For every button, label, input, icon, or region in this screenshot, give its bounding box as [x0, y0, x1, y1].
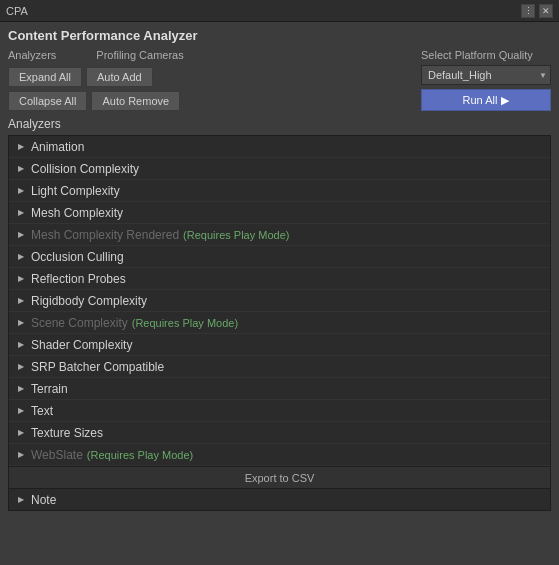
platform-select[interactable]: Default_High Default_Medium Default_Low — [421, 65, 551, 85]
requires-play-mode-label: (Requires Play Mode) — [87, 449, 193, 461]
run-all-icon: ▶ — [501, 94, 509, 107]
list-item[interactable]: ▶Rigidbody Complexity — [9, 290, 550, 312]
item-arrow-icon: ▶ — [15, 163, 27, 175]
item-name: Rigidbody Complexity — [31, 294, 147, 308]
requires-play-mode-label: (Requires Play Mode) — [183, 229, 289, 241]
app-title: Content Performance Analyzer — [8, 28, 551, 43]
item-name: Occlusion Culling — [31, 250, 124, 264]
item-name: Mesh Complexity Rendered — [31, 228, 179, 242]
note-row: ▶ Note — [8, 489, 551, 511]
list-item[interactable]: ▶Light Complexity — [9, 180, 550, 202]
run-all-button[interactable]: Run All ▶ — [421, 89, 551, 111]
item-name: Animation — [31, 140, 84, 154]
auto-add-button[interactable]: Auto Add — [86, 67, 153, 87]
item-name: Text — [31, 404, 53, 418]
item-arrow-icon: ▶ — [15, 251, 27, 263]
title-bar-controls: ⋮ ✕ — [521, 4, 553, 18]
item-name: Shader Complexity — [31, 338, 132, 352]
expand-all-button[interactable]: Expand All — [8, 67, 82, 87]
export-csv-button[interactable]: Export to CSV — [8, 467, 551, 489]
item-arrow-icon: ▶ — [15, 207, 27, 219]
title-bar-left: CPA — [6, 5, 28, 17]
platform-quality-label: Select Platform Quality — [421, 49, 533, 61]
item-arrow-icon: ▶ — [15, 339, 27, 351]
list-item[interactable]: ▶Mesh Complexity Rendered(Requires Play … — [9, 224, 550, 246]
item-arrow-icon: ▶ — [15, 273, 27, 285]
platform-select-wrapper[interactable]: Default_High Default_Medium Default_Low — [421, 65, 551, 85]
requires-play-mode-label: (Requires Play Mode) — [132, 317, 238, 329]
menu-button[interactable]: ⋮ — [521, 4, 535, 18]
list-item[interactable]: ▶Scene Complexity(Requires Play Mode) — [9, 312, 550, 334]
item-name: WebSlate — [31, 448, 83, 462]
analyzers-list: ▶Animation▶Collision Complexity▶Light Co… — [8, 135, 551, 467]
button-row-2: Collapse All Auto Remove — [8, 91, 184, 111]
item-arrow-icon: ▶ — [15, 141, 27, 153]
item-name: Texture Sizes — [31, 426, 103, 440]
left-controls: Analyzers Profiling Cameras Expand All A… — [8, 49, 184, 111]
list-item[interactable]: ▶Reflection Probes — [9, 268, 550, 290]
item-name: Terrain — [31, 382, 68, 396]
item-name: Scene Complexity — [31, 316, 128, 330]
list-item[interactable]: ▶Texture Sizes — [9, 422, 550, 444]
item-arrow-icon: ▶ — [15, 383, 27, 395]
list-item[interactable]: ▶Occlusion Culling — [9, 246, 550, 268]
auto-remove-button[interactable]: Auto Remove — [91, 91, 180, 111]
item-arrow-icon: ▶ — [15, 317, 27, 329]
list-item[interactable]: ▶Mesh Complexity — [9, 202, 550, 224]
item-arrow-icon: ▶ — [15, 449, 27, 461]
right-controls: Select Platform Quality Default_High Def… — [421, 49, 551, 111]
item-arrow-icon: ▶ — [15, 405, 27, 417]
item-name: Mesh Complexity — [31, 206, 123, 220]
top-row: Analyzers Profiling Cameras Expand All A… — [8, 49, 551, 111]
item-arrow-icon: ▶ — [15, 427, 27, 439]
analyzers-section-header: Analyzers — [8, 115, 551, 133]
labels-row: Analyzers Profiling Cameras — [8, 49, 184, 63]
item-name: Reflection Probes — [31, 272, 126, 286]
list-item[interactable]: ▶WebSlate(Requires Play Mode) — [9, 444, 550, 466]
note-label: Note — [31, 493, 56, 507]
main-container: Content Performance Analyzer Analyzers P… — [0, 22, 559, 517]
list-item[interactable]: ▶Animation — [9, 136, 550, 158]
run-all-label: Run All — [463, 94, 498, 106]
close-button[interactable]: ✕ — [539, 4, 553, 18]
item-arrow-icon: ▶ — [15, 185, 27, 197]
list-item[interactable]: ▶SRP Batcher Compatible — [9, 356, 550, 378]
item-arrow-icon: ▶ — [15, 229, 27, 241]
item-arrow-icon: ▶ — [15, 361, 27, 373]
item-arrow-icon: ▶ — [15, 295, 27, 307]
list-item[interactable]: ▶Collision Complexity — [9, 158, 550, 180]
title-bar: CPA ⋮ ✕ — [0, 0, 559, 22]
item-name: Collision Complexity — [31, 162, 139, 176]
window-title: CPA — [6, 5, 28, 17]
list-item[interactable]: ▶Terrain — [9, 378, 550, 400]
item-name: SRP Batcher Compatible — [31, 360, 164, 374]
profiling-cameras-label: Profiling Cameras — [96, 49, 183, 61]
note-arrow-icon: ▶ — [15, 494, 27, 506]
list-item[interactable]: ▶Shader Complexity — [9, 334, 550, 356]
item-name: Light Complexity — [31, 184, 120, 198]
collapse-all-button[interactable]: Collapse All — [8, 91, 87, 111]
list-item[interactable]: ▶Text — [9, 400, 550, 422]
analyzers-label: Analyzers — [8, 49, 56, 61]
button-row: Expand All Auto Add — [8, 67, 184, 87]
